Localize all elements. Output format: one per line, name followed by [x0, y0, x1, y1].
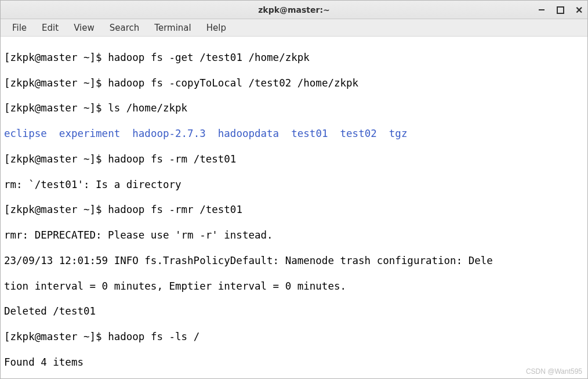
window-controls: ✕ — [536, 1, 584, 19]
ls-entry: tgz — [389, 128, 408, 139]
command-text: ls /home/zkpk — [108, 102, 187, 114]
output-text: Found 4 items — [4, 356, 84, 368]
terminal-output[interactable]: [zkpk@master ~]$ hadoop fs -get /test01 … — [1, 37, 587, 378]
prompt: [zkpk@master ~]$ — [4, 204, 108, 215]
minimize-icon[interactable] — [536, 5, 547, 15]
output-text: tion interval = 0 minutes, Emptier inter… — [4, 280, 346, 292]
command-text: hadoop fs -copyToLocal /test02 /home/zkp… — [108, 77, 358, 89]
terminal-line: [zkpk@master ~]$ hadoop fs -copyToLocal … — [4, 77, 584, 90]
terminal-line: [zkpk@master ~]$ hadoop fs -get /test01 … — [4, 52, 584, 64]
terminal-line: eclipse experiment hadoop-2.7.3 hadoopda… — [4, 128, 584, 140]
menubar: File Edit View Search Terminal Help — [1, 19, 587, 37]
terminal-line: [zkpk@master ~]$ hadoop fs -rmr /test01 — [4, 204, 584, 216]
command-text: hadoop fs -get /test01 /home/zkpk — [108, 52, 310, 63]
menu-view[interactable]: View — [67, 20, 101, 35]
ls-entry: experiment — [59, 128, 120, 139]
output-text: rmr: DEPRECATED: Please use 'rm -r' inst… — [4, 229, 273, 241]
prompt: [zkpk@master ~]$ — [4, 331, 108, 342]
menu-edit[interactable]: Edit — [35, 20, 66, 35]
titlebar: zkpk@master:~ ✕ — [1, 1, 587, 19]
command-text: hadoop fs -rm /test01 — [108, 153, 236, 165]
terminal-line: rm: `/test01': Is a directory — [4, 179, 584, 192]
window-title: zkpk@master:~ — [258, 5, 330, 15]
maximize-icon[interactable] — [555, 5, 565, 15]
terminal-line: rmr: DEPRECATED: Please use 'rm -r' inst… — [4, 229, 584, 242]
output-text: 23/09/13 12:01:59 INFO fs.TrashPolicyDef… — [4, 255, 493, 266]
terminal-line: tion interval = 0 minutes, Emptier inter… — [4, 280, 584, 293]
ls-entry: test01 — [291, 128, 328, 139]
ls-entry: test02 — [340, 128, 377, 139]
terminal-line: Deleted /test01 — [4, 305, 584, 318]
terminal-window: zkpk@master:~ ✕ File Edit View Search Te… — [0, 0, 588, 379]
prompt: [zkpk@master ~]$ — [4, 77, 108, 89]
terminal-line: Found 4 items — [4, 356, 584, 369]
terminal-line: [zkpk@master ~]$ hadoop fs -rm /test01 — [4, 153, 584, 166]
terminal-line: [zkpk@master ~]$ ls /home/zkpk — [4, 102, 584, 115]
menu-terminal[interactable]: Terminal — [147, 20, 198, 35]
command-text: hadoop fs -ls / — [108, 331, 199, 342]
terminal-line: [zkpk@master ~]$ hadoop fs -ls / — [4, 331, 584, 344]
ls-entry: hadoop-2.7.3 — [132, 128, 205, 139]
output-text: Deleted /test01 — [4, 305, 96, 317]
menu-search[interactable]: Search — [103, 20, 147, 35]
prompt: [zkpk@master ~]$ — [4, 153, 108, 165]
output-text: rm: `/test01': Is a directory — [4, 179, 182, 190]
terminal-line: 23/09/13 12:01:59 INFO fs.TrashPolicyDef… — [4, 255, 584, 268]
prompt: [zkpk@master ~]$ — [4, 52, 108, 63]
menu-help[interactable]: Help — [199, 20, 233, 35]
menu-file[interactable]: File — [5, 20, 34, 35]
ls-entry: hadoopdata — [218, 128, 279, 139]
close-icon[interactable]: ✕ — [574, 5, 584, 15]
prompt: [zkpk@master ~]$ — [4, 102, 108, 114]
watermark-text: CSDN @Want595 — [526, 367, 582, 376]
ls-entry: eclipse — [4, 128, 47, 139]
command-text: hadoop fs -rmr /test01 — [108, 204, 242, 215]
